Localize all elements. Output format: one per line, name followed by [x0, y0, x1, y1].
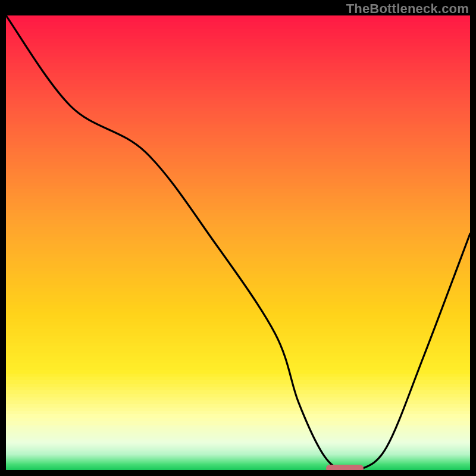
chart-frame: TheBottleneck.com	[0, 0, 476, 476]
optimal-marker	[326, 465, 363, 470]
plot-area	[6, 15, 470, 470]
watermark-label: TheBottleneck.com	[346, 1, 469, 17]
gradient-band	[6, 469, 470, 470]
